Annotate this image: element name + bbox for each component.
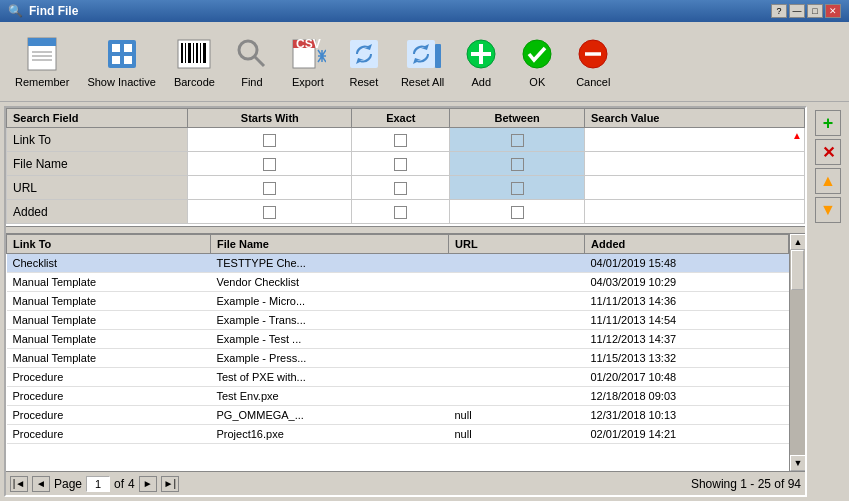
table-cell: 01/20/2017 10:48	[585, 368, 789, 387]
table-cell: 11/15/2013 13:32	[585, 349, 789, 368]
exact-cb-link-to[interactable]	[394, 134, 407, 147]
col-header-search-field: Search Field	[7, 109, 188, 128]
ok-button[interactable]: OK	[511, 30, 563, 93]
right-panel: + ✕ ▲ ▼	[807, 102, 849, 501]
table-cell: 11/12/2013 14:37	[585, 330, 789, 349]
last-page-button[interactable]: ►|	[161, 476, 179, 492]
cancel-button[interactable]: Cancel	[567, 30, 619, 93]
title-bar: 🔍 Find File ? — □ ✕	[0, 0, 849, 22]
reset-all-button[interactable]: Reset All	[394, 30, 451, 93]
table-cell: Project16.pxe	[211, 425, 449, 444]
table-row[interactable]: Manual TemplateExample - Trans...11/11/2…	[7, 311, 789, 330]
find-icon	[234, 36, 270, 72]
results-col-added: Added	[585, 235, 789, 254]
remember-button[interactable]: Remember	[8, 30, 76, 93]
search-row-added: Added	[7, 200, 805, 224]
table-cell: 04/01/2019 15:48	[585, 254, 789, 273]
table-cell: Test of PXE with...	[211, 368, 449, 387]
table-row[interactable]: ChecklistTESTTYPE Che...04/01/2019 15:48	[7, 254, 789, 273]
close-button[interactable]: ✕	[825, 4, 841, 18]
field-name-url: URL	[7, 176, 188, 200]
toolbar: Remember Show Inactive	[0, 22, 849, 102]
barcode-button[interactable]: Barcode	[167, 30, 222, 93]
table-cell: 02/01/2019 14:21	[585, 425, 789, 444]
search-val-url	[585, 176, 805, 200]
footer: |◄ ◄ Page of 4 ► ►| Showing 1 - 25 of 94	[6, 471, 805, 495]
scroll-down-button[interactable]: ▼	[790, 455, 805, 471]
cancel-icon	[575, 36, 611, 72]
col-header-exact: Exact	[352, 109, 450, 128]
first-page-button[interactable]: |◄	[10, 476, 28, 492]
table-cell	[449, 254, 585, 273]
reset-button[interactable]: Reset	[338, 30, 390, 93]
table-row[interactable]: ProcedurePG_OMMEGA_...null12/31/2018 10:…	[7, 406, 789, 425]
table-cell: Manual Template	[7, 330, 211, 349]
delete-row-button[interactable]: ✕	[815, 139, 841, 165]
between-cb-link-to[interactable]	[511, 134, 524, 147]
table-row[interactable]: ProcedureTest Env.pxe12/18/2018 09:03	[7, 387, 789, 406]
table-cell	[449, 311, 585, 330]
table-cell: null	[449, 425, 585, 444]
barcode-icon	[176, 36, 212, 72]
starts-with-cb-file-name[interactable]	[263, 158, 276, 171]
minimize-button[interactable]: —	[789, 4, 805, 18]
results-col-file-name: File Name	[211, 235, 449, 254]
exact-cb-file-name[interactable]	[394, 158, 407, 171]
table-cell	[449, 330, 585, 349]
table-row[interactable]: Manual TemplateExample - Press...11/15/2…	[7, 349, 789, 368]
find-button[interactable]: Find	[226, 30, 278, 93]
table-row[interactable]: Manual TemplateExample - Micro...11/11/2…	[7, 292, 789, 311]
help-button[interactable]: ?	[771, 4, 787, 18]
table-cell: Manual Template	[7, 349, 211, 368]
table-cell	[449, 368, 585, 387]
add-button[interactable]: Add	[455, 30, 507, 93]
between-cb-file-name[interactable]	[511, 158, 524, 171]
exact-cb-added[interactable]	[394, 206, 407, 219]
svg-rect-13	[188, 43, 191, 63]
table-cell: 11/11/2013 14:54	[585, 311, 789, 330]
table-cell: Example - Trans...	[211, 311, 449, 330]
table-cell: Example - Micro...	[211, 292, 449, 311]
search-val-added	[585, 200, 805, 224]
next-page-button[interactable]: ►	[139, 476, 157, 492]
move-up-button[interactable]: ▲	[815, 168, 841, 194]
current-page-input[interactable]	[86, 476, 110, 492]
results-wrapper: Link To File Name URL Added ChecklistTES…	[6, 234, 805, 471]
svg-rect-7	[112, 56, 120, 64]
scroll-track[interactable]	[790, 250, 805, 455]
field-name-file-name: File Name	[7, 152, 188, 176]
ok-icon	[519, 36, 555, 72]
between-cb-added[interactable]	[511, 206, 524, 219]
field-name-link-to: Link To	[7, 128, 188, 152]
scroll-up-button[interactable]: ▲	[790, 234, 805, 250]
results-scrollbar[interactable]: ▲ ▼	[789, 234, 805, 471]
table-cell: Example - Press...	[211, 349, 449, 368]
exact-cb-url[interactable]	[394, 182, 407, 195]
add-row-button[interactable]: +	[815, 110, 841, 136]
title-bar-title: Find File	[29, 4, 78, 18]
export-button[interactable]: CSV Export	[282, 30, 334, 93]
starts-with-cb-added[interactable]	[263, 206, 276, 219]
table-cell	[449, 273, 585, 292]
table-row[interactable]: ProcedureTest of PXE with...01/20/2017 1…	[7, 368, 789, 387]
table-row[interactable]: Manual TemplateExample - Test ...11/12/2…	[7, 330, 789, 349]
svg-rect-1	[28, 38, 56, 46]
search-row-url: URL	[7, 176, 805, 200]
table-cell	[449, 349, 585, 368]
table-row[interactable]: Manual TemplateVendor Checklist04/03/201…	[7, 273, 789, 292]
svg-rect-25	[435, 44, 441, 68]
svg-rect-12	[185, 43, 186, 63]
move-down-button[interactable]: ▼	[815, 197, 841, 223]
between-cb-url[interactable]	[511, 182, 524, 195]
of-label: of	[114, 477, 124, 491]
starts-with-cb-url[interactable]	[263, 182, 276, 195]
left-panel: Search Field Starts With Exact Between S…	[4, 106, 807, 497]
table-cell: 04/03/2019 10:29	[585, 273, 789, 292]
maximize-button[interactable]: □	[807, 4, 823, 18]
starts-with-cb-link-to[interactable]	[263, 134, 276, 147]
show-inactive-button[interactable]: Show Inactive	[80, 30, 162, 93]
prev-page-button[interactable]: ◄	[32, 476, 50, 492]
svg-rect-8	[124, 44, 132, 52]
table-row[interactable]: ProcedureProject16.pxenull02/01/2019 14:…	[7, 425, 789, 444]
search-row-file-name: File Name	[7, 152, 805, 176]
